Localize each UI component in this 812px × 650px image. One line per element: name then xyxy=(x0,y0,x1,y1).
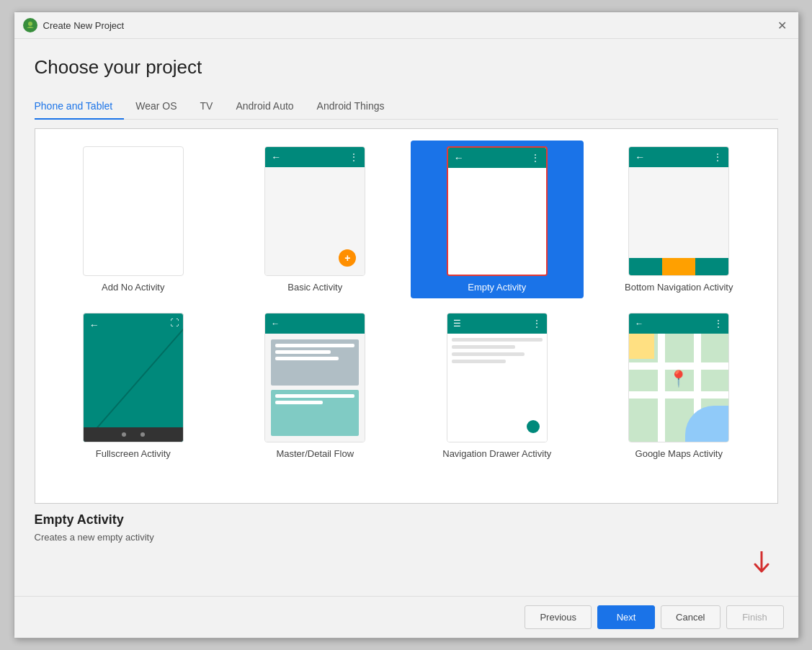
next-button[interactable]: Next xyxy=(597,605,655,629)
md-line5 xyxy=(275,401,323,404)
activity-master-detail[interactable]: ← xyxy=(228,307,402,465)
app-icon xyxy=(23,18,37,32)
activity-empty[interactable]: ← ⋮ Empty Activity xyxy=(411,141,584,298)
md-back: ← xyxy=(271,319,280,329)
tab-phone-tablet[interactable]: Phone and Tablet xyxy=(35,93,125,119)
nd-circle xyxy=(527,420,540,433)
down-arrow-svg xyxy=(751,551,772,577)
basic-back-arrow: ← xyxy=(271,151,281,163)
nd-toolbar: ☰ ⋮ xyxy=(447,313,547,334)
close-button[interactable]: ✕ xyxy=(775,18,790,32)
nd-line2 xyxy=(452,345,515,349)
tab-tv[interactable]: TV xyxy=(189,93,225,119)
cancel-button[interactable]: Cancel xyxy=(661,605,720,629)
svg-line-1 xyxy=(84,328,183,442)
no-activity-label: Add No Activity xyxy=(102,282,164,293)
finish-button[interactable]: Finish xyxy=(726,605,784,629)
bottom-nav-label: Bottom Navigation Activity xyxy=(625,282,733,293)
description-section: Empty Activity Creates a new empty activ… xyxy=(35,504,778,548)
maps-toolbar: ← ⋮ xyxy=(629,313,728,334)
empty-toolbar: ← ⋮ xyxy=(448,148,546,168)
nd-content xyxy=(447,334,547,442)
basic-label: Basic Activity xyxy=(287,282,342,293)
activity-bottom-nav[interactable]: ← ⋮ Bottom Navigation Activity xyxy=(592,141,766,298)
md-card xyxy=(271,339,359,386)
activity-basic[interactable]: ← ⋮ + Basic Activity xyxy=(228,141,402,298)
basic-menu-dots: ⋮ xyxy=(349,152,359,162)
nd-line3 xyxy=(452,352,525,356)
no-activity-empty xyxy=(84,147,183,275)
svg-point-0 xyxy=(28,22,32,26)
bottom-nav-content xyxy=(629,167,728,258)
map-road-h2 xyxy=(629,391,728,399)
maps-back: ← xyxy=(635,319,643,329)
phone-btn-2 xyxy=(140,432,145,437)
bottom-nav-tab2 xyxy=(662,258,695,275)
google-maps-preview: ← ⋮ xyxy=(628,313,729,442)
map-pin: 📍 xyxy=(669,370,688,388)
fullscreen-expand-area: ⛶ xyxy=(170,318,179,328)
empty-content xyxy=(448,168,546,275)
activity-no-activity[interactable]: Add No Activity xyxy=(47,141,220,298)
activity-nav-drawer[interactable]: ☰ ⋮ Navigation Drawer Activity xyxy=(411,307,584,465)
map-yellow xyxy=(629,334,654,359)
bottom-bar: Previous Next Cancel Finish xyxy=(14,596,798,638)
md-body xyxy=(265,334,365,442)
bottom-nav-toolbar: ← ⋮ xyxy=(629,147,728,167)
bottom-nav-back-arrow: ← xyxy=(635,151,645,163)
master-detail-preview: ← xyxy=(264,313,365,442)
empty-label: Empty Activity xyxy=(468,282,526,293)
nav-drawer-label: Navigation Drawer Activity xyxy=(442,448,551,459)
nd-line1 xyxy=(452,338,543,342)
empty-menu-dots: ⋮ xyxy=(531,153,540,163)
fullscreen-label: Fullscreen Activity xyxy=(96,448,171,459)
activity-grid-container: Add No Activity ← ⋮ + Basic Activity xyxy=(35,128,778,504)
main-content: Choose your project Phone and Tablet Wea… xyxy=(14,39,798,596)
description-text: Creates a new empty activity xyxy=(35,532,778,543)
nd-menu: ☰ xyxy=(453,319,461,329)
activity-fullscreen[interactable]: ← ⛶ Fullscreen Activity xyxy=(47,307,220,465)
arrow-indicator xyxy=(35,548,778,584)
fullscreen-diagonal-svg xyxy=(84,313,183,442)
bottom-nav-bar xyxy=(629,258,728,275)
tab-android-auto[interactable]: Android Auto xyxy=(224,93,305,119)
fullscreen-expand-icon: ⛶ xyxy=(170,318,179,328)
empty-preview: ← ⋮ xyxy=(447,146,548,276)
nd-line4 xyxy=(452,360,507,363)
basic-toolbar: ← ⋮ xyxy=(265,147,365,167)
dialog-title: Create New Project xyxy=(43,20,125,31)
nd-dots: ⋮ xyxy=(532,319,541,329)
empty-back-arrow: ← xyxy=(454,152,464,164)
create-project-dialog: Create New Project ✕ Choose your project… xyxy=(14,12,799,638)
fullscreen-preview: ← ⛶ xyxy=(83,313,184,442)
description-title: Empty Activity xyxy=(35,512,778,527)
fullscreen-phone-bar xyxy=(84,427,183,442)
tab-wear-os[interactable]: Wear OS xyxy=(124,93,188,119)
title-bar-left: Create New Project xyxy=(23,18,125,32)
nav-drawer-preview: ☰ ⋮ xyxy=(447,313,548,442)
map-water xyxy=(685,406,728,442)
fullscreen-back-icon: ← xyxy=(89,319,99,331)
tab-bar: Phone and Tablet Wear OS TV Android Auto… xyxy=(35,93,778,120)
map-road-v1 xyxy=(658,334,665,442)
bottom-nav-tab1 xyxy=(629,258,662,275)
bottom-nav-preview: ← ⋮ xyxy=(628,146,729,276)
previous-button[interactable]: Previous xyxy=(525,605,592,629)
bottom-nav-dots: ⋮ xyxy=(713,152,723,162)
activity-grid: Add No Activity ← ⋮ + Basic Activity xyxy=(47,141,766,465)
title-bar: Create New Project ✕ xyxy=(14,12,798,39)
md-line3 xyxy=(275,357,339,360)
phone-btn-1 xyxy=(122,432,126,437)
basic-content: + xyxy=(265,167,365,275)
tab-android-things[interactable]: Android Things xyxy=(305,93,396,119)
activity-google-maps[interactable]: ← ⋮ xyxy=(592,307,766,465)
map-road-h1 xyxy=(629,362,728,370)
md-line4 xyxy=(275,394,354,398)
page-title: Choose your project xyxy=(35,56,778,79)
md-line1 xyxy=(275,344,354,347)
maps-dots: ⋮ xyxy=(714,319,723,329)
md-line2 xyxy=(275,350,331,354)
basic-fab: + xyxy=(339,249,356,267)
md-card2 xyxy=(271,390,359,436)
master-detail-label: Master/Detail Flow xyxy=(276,448,354,459)
